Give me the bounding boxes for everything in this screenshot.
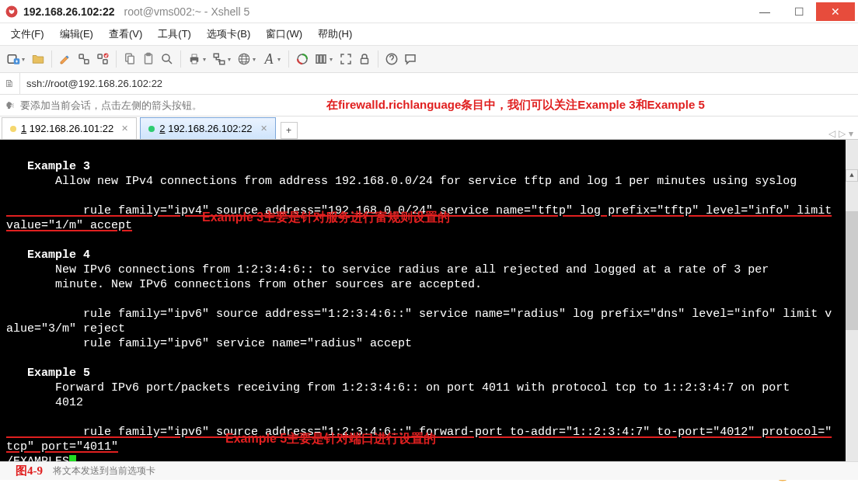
search-term: /EXAMPLES: [6, 455, 69, 461]
menu-help[interactable]: 帮助(H): [312, 24, 358, 44]
svg-rect-14: [192, 54, 197, 57]
hint-text: 要添加当前会话，点击左侧的箭头按钮。: [20, 99, 202, 113]
tab-number: 2: [159, 123, 165, 134]
annotation-example-3: Example 3主要是针对服务进行富规则设置的: [202, 210, 450, 224]
svg-rect-17: [220, 61, 225, 64]
svg-rect-22: [320, 55, 323, 64]
address-input[interactable]: ssh://root@192.168.26.102:22: [20, 78, 858, 89]
svg-point-12: [162, 54, 169, 61]
color-icon[interactable]: [294, 50, 311, 68]
example-4-rule-2: rule family="ipv6" service name="radius"…: [6, 337, 412, 350]
tab-ip: 192.168.26.102:22: [168, 123, 252, 134]
example-4-rule-1b: alue="3/m" reject: [6, 322, 125, 335]
minimize-button[interactable]: —: [748, 2, 782, 21]
menu-view[interactable]: 查看(V): [103, 24, 148, 44]
example-4-desc-2: minute. New IPv6 connections from other …: [6, 278, 482, 291]
toolbar: ▾ ▾ ▾ ▾ A▾ ▾: [0, 45, 858, 73]
tab-ip: 192.168.26.101:22: [30, 123, 113, 134]
columns-icon[interactable]: [312, 50, 330, 68]
svg-rect-11: [147, 54, 151, 56]
tab-close-icon[interactable]: ✕: [260, 123, 267, 134]
annotation-top: 在firewalld.richlanguage条目中，我们可以关注Example…: [326, 98, 705, 113]
address-bar: 🗎 ssh://root@192.168.26.102:22: [0, 73, 858, 95]
status-dot-icon: [10, 126, 16, 132]
transfer-icon[interactable]: [211, 50, 228, 68]
maximize-button[interactable]: ☐: [782, 2, 816, 21]
figure-label: 图4-9: [16, 464, 43, 478]
example-3-desc: Allow new IPv4 connections from address …: [6, 175, 797, 188]
globe-icon[interactable]: [235, 50, 253, 68]
svg-rect-16: [214, 54, 218, 57]
menubar: 文件(F) 编辑(E) 查看(V) 工具(T) 选项卡(B) 窗口(W) 帮助(…: [0, 23, 858, 45]
paste-icon[interactable]: [140, 50, 157, 68]
example-3-rule-b: value="1/m" accept: [6, 219, 132, 232]
fullscreen-icon[interactable]: [337, 50, 354, 68]
address-protocol-icon[interactable]: 🗎: [0, 73, 20, 94]
scroll-up-icon[interactable]: ▲: [846, 169, 858, 182]
status-text: 将文本发送到当前选项卡: [53, 464, 155, 478]
titlebar: 192.168.26.102:22 root@vms002:~ - Xshell…: [0, 0, 858, 23]
example-5-desc-1: Forward IPv6 port/packets receiving from…: [6, 381, 790, 395]
status-dot-icon: [148, 126, 155, 132]
example-4-rule-1a: rule family="ipv6" source address="1:2:3…: [6, 308, 832, 321]
tab-scroll-right-icon[interactable]: ▷: [839, 128, 846, 139]
window-title-main: 192.168.26.102:22: [23, 5, 115, 18]
session-tab-2[interactable]: 2 192.168.26.102:22 ✕: [140, 117, 275, 139]
window-title-sub: root@vms002:~ - Xshell 5: [124, 5, 250, 18]
tab-bar: 1 192.168.26.101:22 ✕ 2 192.168.26.102:2…: [0, 116, 858, 140]
svg-rect-5: [98, 54, 102, 58]
tab-menu-icon[interactable]: ▾: [849, 128, 853, 139]
hint-bar: 🗣 要添加当前会话，点击左侧的箭头按钮。 在firewalld.richlang…: [0, 95, 858, 116]
menu-tabs[interactable]: 选项卡(B): [201, 24, 256, 44]
annotation-example-5: Example 5主要是针对端口进行设置的: [225, 431, 436, 446]
menu-window[interactable]: 窗口(W): [260, 24, 309, 44]
session-tab-1[interactable]: 1 192.168.26.101:22 ✕: [2, 117, 137, 139]
tab-scroll-left-icon[interactable]: ◁: [828, 128, 835, 139]
terminal-view[interactable]: Example 3 Allow new IPv4 connections fro…: [0, 140, 858, 461]
app-logo: [5, 5, 19, 19]
find-icon[interactable]: [159, 50, 176, 68]
svg-rect-9: [128, 56, 134, 64]
scroll-thumb[interactable]: [846, 330, 858, 461]
new-tab-button[interactable]: +: [281, 122, 298, 139]
comment-icon[interactable]: [402, 50, 419, 68]
example-5-rule-b: tcp" port="4011": [6, 440, 118, 454]
example-5-desc-2: 4012: [6, 396, 83, 409]
tab-number: 1: [21, 123, 26, 134]
terminal-cursor: [69, 455, 76, 461]
example-5-heading: Example 5: [27, 367, 90, 380]
svg-rect-21: [316, 55, 319, 64]
menu-tools[interactable]: 工具(T): [152, 24, 197, 44]
svg-rect-4: [85, 60, 89, 64]
reconnect-icon[interactable]: [94, 50, 111, 68]
edit-icon[interactable]: [57, 50, 74, 68]
close-button[interactable]: ✕: [816, 2, 855, 21]
example-4-desc-1: New IPv6 connections from 1:2:3:4:6:: to…: [6, 263, 769, 276]
lock-icon[interactable]: [356, 50, 373, 68]
help-icon[interactable]: [383, 50, 400, 68]
link-icon[interactable]: [75, 50, 92, 68]
svg-rect-15: [192, 61, 197, 64]
example-3-heading: Example 3: [27, 160, 90, 173]
svg-rect-3: [79, 54, 83, 58]
example-4-heading: Example 4: [27, 249, 90, 262]
svg-rect-6: [103, 60, 107, 64]
copy-icon[interactable]: [121, 50, 138, 68]
menu-file[interactable]: 文件(F): [5, 24, 51, 44]
svg-rect-23: [323, 55, 326, 64]
add-session-arrow-icon[interactable]: 🗣: [0, 100, 20, 111]
terminal-scrollbar[interactable]: ▲ ▼: [846, 140, 858, 461]
new-tab-icon[interactable]: [5, 50, 22, 68]
svg-rect-24: [361, 58, 368, 64]
print-icon[interactable]: [186, 50, 203, 68]
tab-close-icon[interactable]: ✕: [121, 123, 128, 134]
scroll-track[interactable]: [846, 211, 858, 461]
status-bar: 图4-9 将文本发送到当前选项卡: [0, 461, 858, 480]
menu-edit[interactable]: 编辑(E): [54, 24, 99, 44]
open-icon[interactable]: [30, 50, 47, 68]
font-icon[interactable]: A: [260, 50, 277, 68]
